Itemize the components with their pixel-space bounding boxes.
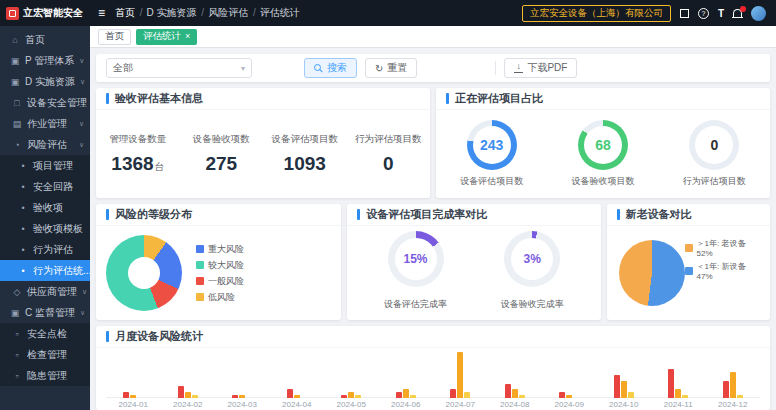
avatar[interactable] <box>751 6 766 21</box>
company-badge[interactable]: 立宏安全设备（上海）有限公司 <box>522 5 671 22</box>
chevron-down-icon: ∨ <box>79 57 84 65</box>
legend-item[interactable]: ＜1年: 新设备 47% <box>685 261 762 281</box>
card-title: 正在评估项目占比 <box>455 91 543 106</box>
in-progress-rings: 243设备评估项目数68设备验收项目数0行为评估项目数 <box>436 110 770 198</box>
bar-x-label: 2024-08 <box>500 400 529 410</box>
completion-gauges: 15%设备评估完成率3%设备验收完成率 <box>347 226 600 320</box>
legend-item[interactable]: 重大风险 <box>196 243 244 256</box>
tab-home[interactable]: 首页 <box>98 29 131 45</box>
fullscreen-icon[interactable] <box>680 9 689 18</box>
sidebar-item[interactable]: ▫检查管理 <box>0 344 90 365</box>
row-middle: 风险的等级分布 重大风险 较大风险 一般风险 低风险 设备评估项目完成率对比 <box>96 204 770 320</box>
title-accent <box>357 209 360 220</box>
chevron-down-icon: ∨ <box>80 78 85 86</box>
close-icon[interactable] <box>185 32 190 41</box>
breadcrumb-item[interactable]: D 实施资源 <box>147 6 207 20</box>
sidebar-item[interactable]: •安全回路 <box>0 176 90 197</box>
sidebar-item-label: 供应商管理 <box>27 285 77 299</box>
risk-legend: 重大风险 较大风险 一般风险 低风险 <box>196 243 244 304</box>
stat-value: 1093 <box>284 153 326 174</box>
bell-icon[interactable] <box>733 9 742 17</box>
bars <box>396 389 416 398</box>
bar-group: 2024-11 <box>651 348 706 410</box>
breadcrumb-item[interactable]: 风险评估 <box>208 6 258 20</box>
sidebar-item[interactable]: ▫安全点检 <box>0 323 90 344</box>
sidebar-item[interactable]: ◇供应商管理∨ <box>0 281 90 302</box>
supplier-icon: ◇ <box>12 287 22 297</box>
bars <box>723 372 743 398</box>
bars <box>668 369 688 398</box>
gauge-label: 设备评估完成率 <box>384 298 447 311</box>
stat-value: 275 <box>205 153 237 174</box>
bar-group: 2024-07 <box>433 348 488 410</box>
reset-button[interactable]: 重置 <box>365 58 417 78</box>
sidebar-item[interactable]: ▫隐患管理 <box>0 365 90 386</box>
hamburger-icon[interactable] <box>98 6 105 20</box>
bar-group: 2024-04 <box>270 348 325 410</box>
risk-distribution-donut <box>106 235 182 311</box>
risk-icon: ◔ <box>12 140 22 150</box>
legend-item[interactable]: 低风险 <box>196 291 244 304</box>
folder-icon: ▣ <box>10 308 20 318</box>
bar-x-label: 2024-01 <box>119 400 148 410</box>
card-title: 新老设备对比 <box>626 207 692 222</box>
gauge-group: 3%设备验收完成率 <box>501 231 564 311</box>
bar <box>737 395 743 398</box>
bar-group: 2024-10 <box>597 348 652 410</box>
breadcrumb-item[interactable]: 评估统计 <box>260 6 300 20</box>
check-icon: ▫ <box>12 350 22 360</box>
sidebar-item[interactable]: ▣D 实施资源∨ <box>0 71 90 92</box>
title-accent <box>617 209 620 220</box>
filter-select-value: 全部 <box>113 61 133 75</box>
breadcrumb-item[interactable]: 首页 <box>115 6 145 20</box>
tab-assessment-stats[interactable]: 评估统计 <box>136 29 197 45</box>
download-icon <box>514 63 523 73</box>
sidebar-item-label: 验收项 <box>33 201 63 215</box>
legend-label: 一般风险 <box>208 275 244 288</box>
sidebar-item[interactable]: ◔风险评估∨ <box>0 134 90 155</box>
bar <box>123 392 129 398</box>
sidebar-item[interactable]: •行为评估统... <box>0 260 90 281</box>
ring-hole: 0 <box>695 126 733 164</box>
font-size-icon[interactable] <box>718 8 724 19</box>
chevron-down-icon: ∨ <box>82 288 87 296</box>
stats-row: 管理设备数量 1368台 设备验收项数 275 设备评估项目数 1093 行 <box>96 110 430 198</box>
stat-unit: 台 <box>155 161 165 172</box>
legend-item[interactable]: 一般风险 <box>196 275 244 288</box>
bar <box>232 395 238 398</box>
title-accent <box>106 331 109 342</box>
gauge-value: 3% <box>524 252 541 266</box>
legend-label: ＞1年: 老设备 52% <box>697 238 762 258</box>
bar-group: 2024-09 <box>542 348 597 410</box>
sidebar-item[interactable]: •验收项 <box>0 197 90 218</box>
title-accent <box>446 93 449 104</box>
logo: 立宏智能安全 <box>0 6 90 20</box>
bar <box>505 384 511 398</box>
filter-toolbar: 全部 搜索 重置 下载PDF <box>96 54 770 82</box>
filter-select[interactable]: 全部 <box>106 58 252 78</box>
sidebar-item[interactable]: ▣P 管理体系∨ <box>0 50 90 71</box>
help-icon[interactable] <box>698 8 709 19</box>
legend-item[interactable]: 较大风险 <box>196 259 244 272</box>
logo-icon <box>6 7 19 20</box>
sidebar-item[interactable]: ▤作业管理∨ <box>0 113 90 134</box>
download-pdf-button[interactable]: 下载PDF <box>504 58 577 78</box>
row-top: 验收评估基本信息 管理设备数量 1368台 设备验收项数 275 设备评估项目数 <box>96 88 770 198</box>
sidebar-item[interactable]: □设备安全管理∨ <box>0 92 90 113</box>
sidebar-item[interactable]: •验收项模板 <box>0 218 90 239</box>
sidebar-item[interactable]: •行为评估 <box>0 239 90 260</box>
bar-x-label: 2024-10 <box>609 400 638 410</box>
sidebar-item-label: P 管理体系 <box>25 54 74 68</box>
search-button[interactable]: 搜索 <box>304 58 357 78</box>
sidebar-item[interactable]: ▣C 监督管理∨ <box>0 302 90 323</box>
bar-x-label: 2024-05 <box>337 400 366 410</box>
bar <box>682 395 688 398</box>
sidebar-item[interactable]: •项目管理 <box>0 155 90 176</box>
bar-group: 2024-05 <box>324 348 379 410</box>
bar-x-label: 2024-02 <box>173 400 202 410</box>
sidebar-item[interactable]: ⌂首页 <box>0 29 90 50</box>
legend-item[interactable]: ＞1年: 老设备 52% <box>685 238 762 258</box>
stat-managed-devices: 管理设备数量 1368台 <box>96 133 180 175</box>
tab-label: 评估统计 <box>143 30 181 43</box>
bars <box>232 395 252 398</box>
